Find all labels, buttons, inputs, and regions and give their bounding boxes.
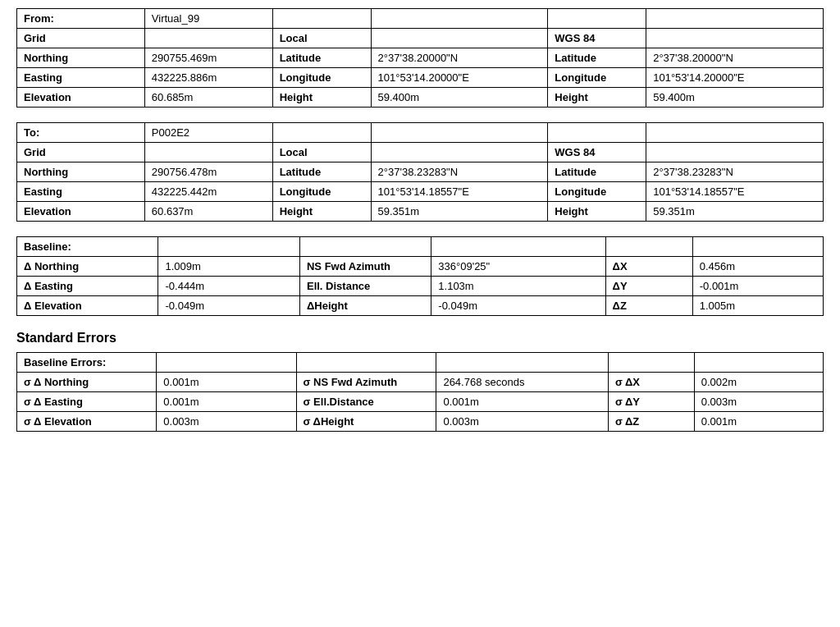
from-height-val: 59.400m	[371, 88, 548, 108]
errors-elev-value: 0.003m	[157, 412, 296, 432]
baseline-easting-label: Δ Easting	[17, 277, 158, 296]
to-grid-empty	[144, 143, 272, 162]
from-lon-label: Longitude	[272, 68, 371, 88]
errors-easting-value: 0.001m	[157, 392, 296, 412]
errors-section: Baseline Errors: σ Δ Northing 0.001m σ N…	[16, 352, 824, 432]
errors-title-empty1	[157, 353, 296, 373]
errors-elev-label: σ Δ Elevation	[17, 412, 157, 432]
baseline-label: Baseline:	[17, 237, 158, 257]
to-local-empty	[371, 143, 548, 162]
to-section: To: P002E2 Grid Local WGS 84 Northing 29…	[16, 122, 824, 222]
from-lon-val: 101°53'14.20000"E	[371, 68, 548, 88]
baseline-ns-label: NS Fwd Azimuth	[299, 257, 431, 277]
errors-title-empty2	[296, 353, 436, 373]
to-lon-val2: 101°53'14.18557"E	[646, 182, 824, 202]
from-empty2	[371, 9, 548, 29]
to-lon-val: 101°53'14.18557"E	[371, 182, 548, 202]
from-height-val2: 59.400m	[646, 88, 824, 108]
to-height-label2: Height	[548, 202, 646, 222]
baseline-northing-row: Δ Northing 1.009m NS Fwd Azimuth 336°09'…	[17, 257, 824, 277]
from-empty4	[646, 9, 824, 29]
baseline-empty2	[299, 237, 431, 257]
from-section: From: Virtual_99 Grid Local WGS 84 North…	[16, 8, 824, 108]
to-elevation-row: Elevation 60.637m Height 59.351m Height …	[17, 202, 824, 222]
standard-errors-heading: Standard Errors	[16, 331, 824, 346]
baseline-title-row: Baseline:	[17, 237, 824, 257]
baseline-elev-value: -0.049m	[158, 296, 299, 316]
errors-dz-val: 0.001m	[694, 412, 823, 432]
from-lat-label2: Latitude	[548, 48, 646, 68]
from-value: Virtual_99	[144, 9, 272, 29]
errors-dy-label: σ ΔY	[608, 392, 694, 412]
to-grid-row: Grid Local WGS 84	[17, 143, 824, 162]
baseline-dy-label: ΔY	[605, 277, 692, 296]
errors-dz-label: σ ΔZ	[608, 412, 694, 432]
to-empty3	[548, 123, 646, 143]
from-lon-val2: 101°53'14.20000"E	[646, 68, 824, 88]
baseline-dz-label: ΔZ	[605, 296, 692, 316]
baseline-dh-val: -0.049m	[431, 296, 605, 316]
from-height-label2: Height	[548, 88, 646, 108]
from-lon-label2: Longitude	[548, 68, 646, 88]
baseline-empty3	[431, 237, 605, 257]
errors-ell-label: σ Ell.Distance	[296, 392, 436, 412]
errors-ell-val: 0.001m	[436, 392, 609, 412]
baseline-northing-value: 1.009m	[158, 257, 299, 277]
from-elev-value: 60.685m	[144, 88, 272, 108]
errors-dy-val: 0.003m	[694, 392, 823, 412]
to-label: To:	[17, 123, 145, 143]
from-grid-row: Grid Local WGS 84	[17, 29, 824, 48]
to-wgs-empty	[646, 143, 824, 162]
from-northing-value: 290755.469m	[144, 48, 272, 68]
from-elevation-row: Elevation 60.685m Height 59.400m Height …	[17, 88, 824, 108]
baseline-empty5	[692, 237, 823, 257]
errors-dh-label: σ ΔHeight	[296, 412, 436, 432]
from-grid-empty	[144, 29, 272, 48]
to-lon-label: Longitude	[272, 182, 371, 202]
errors-title-empty5	[694, 353, 823, 373]
from-empty1	[272, 9, 371, 29]
errors-elevation-row: σ Δ Elevation 0.003m σ ΔHeight 0.003m σ …	[17, 412, 824, 432]
to-northing-value: 290756.478m	[144, 162, 272, 182]
baseline-dz-val: 1.005m	[692, 296, 823, 316]
to-table: To: P002E2 Grid Local WGS 84 Northing 29…	[16, 122, 824, 222]
to-easting-value: 432225.442m	[144, 182, 272, 202]
to-lat-val: 2°37'38.23283"N	[371, 162, 548, 182]
from-northing-label: Northing	[17, 48, 145, 68]
baseline-elevation-row: Δ Elevation -0.049m ΔHeight -0.049m ΔZ 1…	[17, 296, 824, 316]
baseline-ns-val: 336°09'25"	[431, 257, 605, 277]
baseline-dh-label: ΔHeight	[299, 296, 431, 316]
errors-northing-row: σ Δ Northing 0.001m σ NS Fwd Azimuth 264…	[17, 373, 824, 392]
to-local-label: Local	[272, 143, 371, 162]
to-lat-label2: Latitude	[548, 162, 646, 182]
to-easting-label: Easting	[17, 182, 145, 202]
errors-title-label: Baseline Errors:	[17, 353, 157, 373]
errors-dh-val: 0.003m	[436, 412, 609, 432]
to-lon-label2: Longitude	[548, 182, 646, 202]
baseline-dx-val: 0.456m	[692, 257, 823, 277]
baseline-elev-label: Δ Elevation	[17, 296, 158, 316]
errors-northing-value: 0.001m	[157, 373, 296, 392]
baseline-ell-label: Ell. Distance	[299, 277, 431, 296]
from-easting-value: 432225.886m	[144, 68, 272, 88]
errors-dx-val: 0.002m	[694, 373, 823, 392]
from-local-label: Local	[272, 29, 371, 48]
errors-ns-val: 264.768 seconds	[436, 373, 609, 392]
baseline-easting-row: Δ Easting -0.444m Ell. Distance 1.103m Δ…	[17, 277, 824, 296]
to-northing-row: Northing 290756.478m Latitude 2°37'38.23…	[17, 162, 824, 182]
from-easting-row: Easting 432225.886m Longitude 101°53'14.…	[17, 68, 824, 88]
to-empty2	[371, 123, 548, 143]
from-lat-val2: 2°37'38.20000"N	[646, 48, 824, 68]
baseline-empty1	[158, 237, 299, 257]
to-empty4	[646, 123, 824, 143]
errors-easting-label: σ Δ Easting	[17, 392, 157, 412]
from-elev-label: Elevation	[17, 88, 145, 108]
from-empty3	[548, 9, 646, 29]
errors-title-empty4	[608, 353, 694, 373]
from-wgs-label: WGS 84	[548, 29, 646, 48]
to-elev-label: Elevation	[17, 202, 145, 222]
to-northing-label: Northing	[17, 162, 145, 182]
to-wgs-label: WGS 84	[548, 143, 646, 162]
baseline-northing-label: Δ Northing	[17, 257, 158, 277]
from-northing-row: Northing 290755.469m Latitude 2°37'38.20…	[17, 48, 824, 68]
